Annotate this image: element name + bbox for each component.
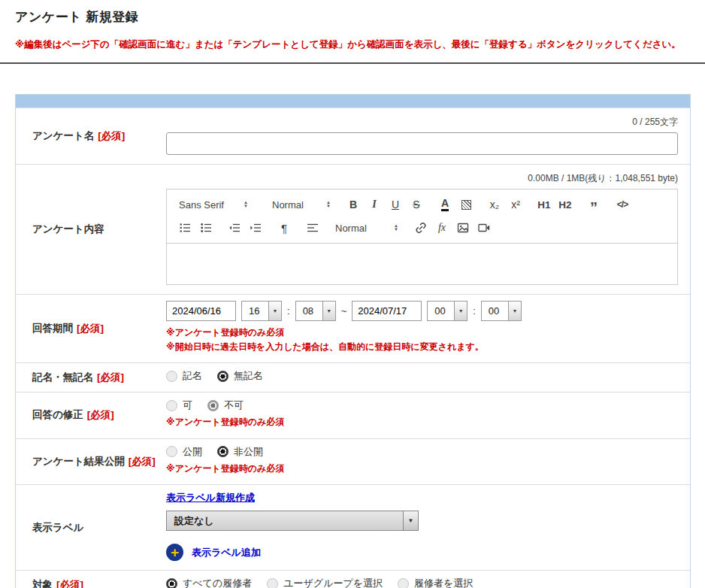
dropdown-arrow-icon: ▼ [322,302,335,320]
answer-period-content: 16 ▼ : 08 ▼ ~ 00 ▼ : 00 ▼ [166,295,690,362]
radio-option-user-group[interactable]: ユーザグループを選択 [267,577,383,588]
end-minute-select[interactable]: 00 ▼ [481,301,522,321]
insert-image-button[interactable] [454,220,472,236]
radio-icon[interactable] [398,578,409,588]
italic-button[interactable]: I [365,196,383,213]
image-icon [456,221,470,235]
display-label-select[interactable]: 設定なし ▼ [166,511,419,531]
add-plus-icon[interactable]: + [166,544,183,561]
end-hour-select[interactable]: 00 ▼ [427,301,467,321]
result-publication-content: 公開 非公開 ※アンケート登録時のみ必須 [166,439,690,485]
result-publication-label: アンケート結果公開 [必須] [16,439,166,485]
radio-option-allowed[interactable]: 可 [166,399,192,412]
line-height-picker[interactable]: Normal ▲▼ [332,220,401,236]
add-display-label-link[interactable]: 表示ラベル追加 [192,546,261,559]
ordered-list-icon [178,221,192,235]
radio-icon[interactable] [166,578,177,588]
radio-icon[interactable] [166,446,177,457]
editor-content-area[interactable] [166,244,678,285]
answer-revision-content: 可 不可 ※アンケート登録時のみ必須 [166,393,690,438]
period-inputs: 16 ▼ : 08 ▼ ~ 00 ▼ : 00 ▼ [166,301,678,321]
underline-button[interactable]: U [386,196,404,213]
survey-form: アンケート名 [必須] 0 / 255文字 アンケート内容 0.00MB / 1… [15,94,691,588]
radio-icon[interactable] [166,371,177,382]
subscript-button[interactable]: x₂ [486,196,504,213]
anonymity-label: 記名・無記名 [必須] [16,363,166,392]
edit-warning-text: ※編集後はページ下の「確認画面に進む」または「テンプレートとして登録」から確認画… [15,38,690,51]
indent-button[interactable] [247,220,265,236]
publication-radio-group: 公開 非公開 [166,445,678,459]
outdent-icon [228,221,241,235]
strikethrough-button[interactable]: S [407,196,425,213]
survey-content-label: アンケート内容 [16,165,166,294]
radio-icon[interactable] [217,371,228,382]
link-icon [414,221,428,235]
text-direction-button[interactable]: ¶ [275,220,293,236]
superscript-button[interactable]: x² [507,196,525,213]
radio-icon[interactable] [267,578,278,588]
text-color-button[interactable]: A [436,196,454,213]
radio-icon[interactable] [217,446,228,457]
revision-note: ※アンケート登録時のみ必須 [166,415,678,429]
row-target: 対象 [必須] すべての履修者 ユーザグループを選択 履修者を選択 [16,570,690,588]
radio-option-private[interactable]: 非公開 [217,445,263,459]
radio-option-named[interactable]: 記名 [166,369,202,383]
code-block-button[interactable]: </> [613,196,631,213]
period-note-1: ※アンケート登録時のみ必須 ※開始日時に過去日時を入力した場合は、自動的に登録日… [166,326,678,353]
radio-option-not-allowed[interactable]: 不可 [207,399,244,412]
highlight-color-button[interactable] [457,196,475,213]
target-content: すべての履修者 ユーザグループを選択 履修者を選択 [166,571,690,588]
align-left-icon [306,221,319,235]
display-label-label: 表示ラベル [16,485,166,570]
start-date-input[interactable] [166,301,236,321]
row-answer-period: 回答期間 [必須] 16 ▼ : 08 ▼ ~ 00 ▼ [16,294,690,362]
row-result-publication: アンケート結果公開 [必須] 公開 非公開 ※アンケート登録時のみ必須 [16,438,690,485]
dropdown-arrow-icon: ▼ [403,511,418,530]
revision-radio-group: 可 不可 [166,399,678,412]
time-colon: : [473,305,476,317]
blockquote-button[interactable]: ” [585,196,603,213]
font-size-picker[interactable]: Normal ▲▼ [269,196,334,213]
required-badge: [必須] [98,129,125,143]
heading1-button[interactable]: H1 [535,196,553,213]
radio-icon[interactable] [166,400,177,411]
font-picker[interactable]: Sans Serif ▲▼ [176,196,251,213]
radio-option-public[interactable]: 公開 [166,445,202,459]
survey-content-area: 0.00MB / 1MB(残り：1,048,551 byte) Sans Ser… [166,165,690,294]
header-divider [0,62,705,64]
ordered-list-button[interactable] [176,220,194,236]
align-button[interactable] [304,220,322,236]
required-badge: [必須] [56,578,83,588]
toolbar-row-2: ¶ Normal ▲▼ fx [176,220,668,236]
target-radio-group: すべての履修者 ユーザグループを選択 履修者を選択 [166,577,678,588]
page-header: アンケート 新規登録 ※編集後はページ下の「確認画面に進む」または「テンプレート… [0,0,705,51]
radio-option-all-students[interactable]: すべての履修者 [166,577,252,588]
link-button[interactable] [412,220,430,236]
bullet-list-button[interactable] [197,220,215,236]
heading2-button[interactable]: H2 [556,196,574,213]
dropdown-arrow-icon: ▼ [454,302,467,320]
form-header-bar [16,95,690,108]
end-date-input[interactable] [352,301,422,321]
formula-button[interactable]: fx [433,220,451,236]
anonymity-radio-group: 記名 無記名 [166,369,678,383]
video-icon [477,221,491,235]
bold-button[interactable]: B [344,196,362,213]
radio-icon[interactable] [207,400,219,411]
radio-option-anonymous[interactable]: 無記名 [217,369,263,383]
publication-note: ※アンケート登録時のみ必須 [166,462,678,476]
radio-option-select-students[interactable]: 履修者を選択 [398,577,473,588]
survey-name-input[interactable] [166,132,678,155]
outdent-button[interactable] [225,220,244,236]
bullet-list-icon [199,221,213,235]
highlight-icon [461,200,471,210]
create-display-label-link[interactable]: 表示ラベル新規作成 [166,491,678,505]
updown-arrows-icon: ▲▼ [326,201,331,208]
start-minute-select[interactable]: 08 ▼ [295,301,336,321]
period-note-2: ※開始日時に過去日時を入力した場合は、自動的に登録日時に変更されます。 [166,340,678,354]
row-survey-content: アンケート内容 0.00MB / 1MB(残り：1,048,551 byte) … [16,164,690,294]
insert-video-button[interactable] [475,220,493,236]
start-hour-select[interactable]: 16 ▼ [241,301,282,321]
size-counter: 0.00MB / 1MB(残り：1,048,551 byte) [166,172,678,185]
range-separator: ~ [341,305,347,317]
